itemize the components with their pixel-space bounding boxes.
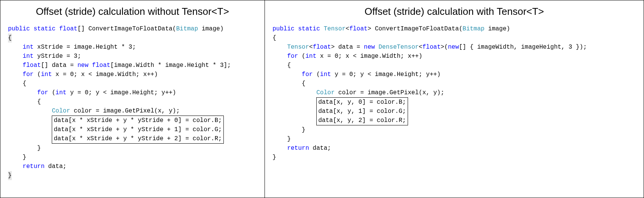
- left-code: public static float[] ConvertImageToFloa…: [0, 24, 265, 184]
- type-bitmap: Bitmap: [462, 25, 485, 32]
- type-densetensor: DenseTensor: [378, 44, 419, 51]
- left-highlight-box: data[x * xStride + y * yStride + 0] = co…: [52, 116, 224, 144]
- right-panel: Offset (stride) calculation with Tensor<…: [265, 0, 644, 198]
- right-code: public static Tensor<float> ConvertImage…: [265, 24, 644, 166]
- type-color: Color: [52, 108, 70, 114]
- right-highlight-box: data[x, y, 0] = color.B;data[x, y, 1] = …: [316, 97, 408, 125]
- left-panel: Offset (stride) calculation without Tens…: [0, 0, 265, 198]
- left-title: Offset (stride) calculation without Tens…: [0, 0, 265, 24]
- right-title: Offset (stride) calculation with Tensor<…: [265, 0, 644, 24]
- type-color: Color: [316, 89, 335, 96]
- type-bitmap: Bitmap: [176, 25, 198, 32]
- kw-public-static-float: public static float: [8, 25, 77, 32]
- type-tensor: Tensor: [324, 25, 346, 32]
